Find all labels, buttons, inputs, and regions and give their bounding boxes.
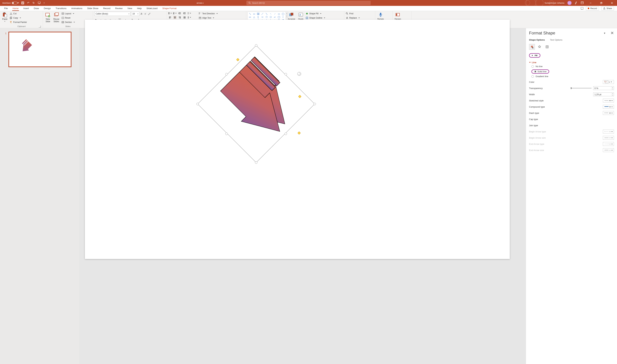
align-right-button[interactable] — [178, 16, 181, 19]
subtab-size[interactable] — [544, 44, 550, 50]
line-section-header[interactable]: Line — [529, 61, 614, 64]
present-icon[interactable] — [38, 1, 41, 4]
undo-icon[interactable]: ↶ — [27, 1, 29, 4]
new-slide-button[interactable]: New Slide — [44, 12, 51, 23]
fill-section-header[interactable]: Fill — [529, 53, 540, 58]
find-button[interactable]: Find — [346, 12, 360, 15]
tab-record[interactable]: Record — [101, 6, 113, 11]
autosave-toggle[interactable] — [12, 2, 18, 4]
dash-type-select[interactable]: ▾ — [603, 111, 614, 115]
tab-slidelizard[interactable]: SlideLizard — [144, 6, 160, 11]
shape-outline-button[interactable]: Shape Outline — [306, 16, 325, 20]
decrease-font-icon[interactable]: A˅ — [144, 12, 147, 15]
redo-icon[interactable]: ↻ — [33, 1, 35, 4]
radio-solid-line[interactable]: Solid line — [531, 69, 549, 74]
width-input[interactable]: 1,25 pt▴▾ — [593, 92, 614, 96]
maximize-button[interactable] — [597, 0, 605, 6]
tab-transitions[interactable]: Transitions — [53, 6, 69, 11]
increase-font-icon[interactable]: A˄ — [140, 12, 143, 15]
increase-indent-button[interactable] — [183, 12, 186, 15]
svg-rect-10 — [600, 2, 602, 4]
tab-home[interactable]: Home — [10, 6, 21, 11]
tab-shape-format[interactable]: Shape Format — [160, 6, 179, 11]
tab-text-options[interactable]: Text Options — [550, 39, 562, 41]
sketched-style-select[interactable]: ▾ — [603, 99, 614, 103]
svg-rect-40 — [291, 13, 293, 15]
share-button[interactable]: Share — [601, 6, 614, 11]
paste-button[interactable]: Paste▾ — [1, 12, 8, 23]
svg-rect-2 — [22, 3, 23, 4]
selected-shape[interactable] — [188, 40, 324, 176]
layout-button[interactable]: Layout — [62, 12, 75, 15]
transparency-slider[interactable] — [571, 88, 591, 89]
subtab-fill-line[interactable] — [529, 44, 535, 50]
cut-button[interactable]: Cut — [10, 12, 27, 15]
copy-button[interactable]: Copy — [10, 16, 27, 20]
shape-textbox-icon[interactable]: A — [257, 13, 260, 15]
font-name-select[interactable]: Calibri (Body)▾ — [94, 12, 130, 16]
replace-button[interactable]: Replace — [346, 16, 360, 20]
comments-button[interactable] — [581, 7, 583, 10]
search-input[interactable]: Search (Alt+Q) — [246, 1, 371, 5]
svg-text:A: A — [299, 13, 301, 16]
record-button[interactable]: Record — [586, 6, 599, 11]
autosave-state: Off — [17, 2, 19, 4]
section-button[interactable]: Section — [62, 20, 75, 24]
clear-format-icon[interactable] — [148, 12, 151, 15]
subtab-effects[interactable] — [537, 44, 542, 50]
end-arrow-type-select: ▾ — [603, 142, 614, 146]
thumbnail-slide-1[interactable] — [8, 32, 71, 67]
reuse-slides-button[interactable]: Reuse Slides — [53, 12, 60, 23]
reset-button[interactable]: Reset — [62, 16, 75, 20]
tab-help[interactable]: Help — [135, 6, 144, 11]
search-placeholder: Search (Alt+Q) — [252, 2, 265, 4]
numbering-button[interactable]: 123 — [173, 12, 177, 15]
thumb-number-1: 1 — [5, 32, 6, 67]
align-justify-button[interactable] — [183, 16, 186, 19]
tab-shape-options[interactable]: Shape Options — [529, 39, 545, 41]
tab-slideshow[interactable]: Slide Show — [85, 6, 101, 11]
minimize-button[interactable] — [587, 0, 594, 6]
taskpane-close-button[interactable]: ✕ — [610, 31, 614, 36]
display-options-icon[interactable] — [581, 1, 584, 4]
save-icon[interactable] — [21, 1, 24, 4]
transparency-input[interactable]: 0 %▴▾ — [593, 86, 614, 90]
shape-line-icon[interactable]: ＼ — [248, 13, 252, 15]
close-button[interactable] — [608, 0, 616, 6]
tab-view[interactable]: View — [125, 6, 135, 11]
decrease-indent-button[interactable] — [178, 12, 181, 15]
svg-point-25 — [168, 13, 169, 13]
tab-draw[interactable]: Draw — [31, 6, 41, 11]
svg-text:A: A — [258, 13, 259, 15]
format-painter-button[interactable]: Format Painter — [10, 20, 27, 24]
compound-type-select[interactable]: ▾ — [603, 105, 614, 109]
slide-stage[interactable] — [79, 28, 526, 364]
coming-soon-icon[interactable] — [575, 1, 578, 5]
document-title[interactable]: arrows ▾ — [197, 2, 204, 4]
line-color-picker[interactable]: ▾ — [603, 80, 614, 84]
align-left-button[interactable] — [168, 16, 172, 19]
align-text-button[interactable]: Align Text — [199, 16, 223, 20]
line-spacing-button[interactable] — [188, 12, 191, 15]
qat-more-icon[interactable]: ▾ — [44, 2, 45, 4]
tab-review[interactable]: Review — [113, 6, 125, 11]
rotation-handle[interactable] — [297, 72, 301, 76]
shape-fill-button[interactable]: Shape Fill — [306, 12, 325, 15]
align-center-button[interactable] — [173, 16, 177, 19]
columns-button[interactable] — [188, 16, 191, 19]
text-direction-button[interactable]: AText Direction — [199, 12, 223, 15]
radio-gradient-line[interactable]: Gradient line — [531, 75, 614, 78]
font-size-select[interactable]: 18▾ — [131, 12, 140, 16]
svg-rect-49 — [396, 13, 397, 16]
radio-no-line[interactable]: No line — [531, 65, 614, 68]
tab-animations[interactable]: Animations — [69, 6, 85, 11]
shape-rect-icon[interactable]: ▭ — [253, 13, 256, 15]
clipboard-launcher[interactable] — [39, 26, 41, 27]
tab-file[interactable]: File — [2, 6, 10, 11]
user-avatar[interactable]: GJ — [567, 1, 572, 5]
bullets-button[interactable] — [168, 12, 172, 15]
taskpane-options-icon[interactable]: ▾ — [604, 31, 605, 35]
tab-design[interactable]: Design — [41, 6, 53, 11]
tab-insert[interactable]: Insert — [21, 6, 31, 11]
slide-canvas[interactable] — [85, 20, 510, 259]
